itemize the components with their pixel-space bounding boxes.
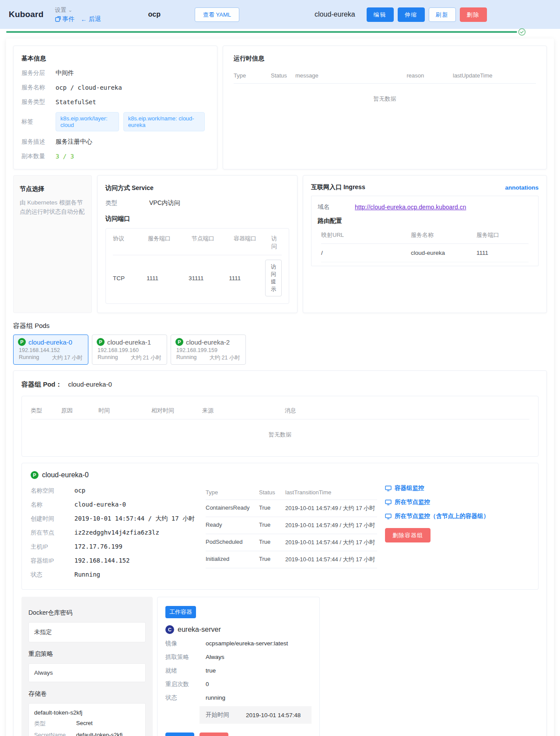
label-tag: k8s.eip.work/name: cloud-eureka: [123, 112, 205, 131]
monitor-link-pod[interactable]: 容器组监控: [385, 484, 529, 492]
table-header-cell: Type: [206, 489, 259, 496]
top-header: Kuboard 设置 ⌄ 事件 ← 后退 ocp 查看 YAML cloud-e…: [0, 0, 560, 29]
port-protocol: TCP: [113, 275, 147, 282]
table-header-cell: 原因: [61, 407, 98, 415]
docker-secret-box: 未指定: [28, 622, 146, 642]
table-header-cell: Status: [259, 489, 285, 496]
table-header-cell: 服务端口: [148, 235, 192, 250]
status-progress: [0, 29, 560, 39]
field-row: 创建时间 2019-10-01 14:57:44 / 大约 17 小时: [31, 515, 206, 523]
header-nav: 设置 ⌄ 事件 ← 后退: [55, 6, 101, 23]
condition-row: Ready True 2019-10-01 14:57:49 / 大约 17 小…: [206, 517, 377, 534]
table-header-cell: 相对时间: [151, 407, 202, 415]
field-value: VPC内访问: [149, 199, 180, 207]
service-card: 访问方式 Service 类型 VPC内访问 访问端口 协议 服务端口 节点端口…: [97, 175, 298, 313]
empty-text: 暂无数据: [31, 419, 529, 443]
pod-fields: 名称空间 ocp 名称 cloud-eureka-0 创建时间 2019-10-…: [31, 481, 206, 579]
pods-row: P cloud-eureka-0 192.168.144.152 Running…: [13, 335, 547, 365]
pod-icon: P: [97, 338, 105, 346]
field-value: ocp / cloud-eureka: [56, 84, 122, 91]
log-button[interactable]: 日志: [165, 732, 194, 736]
container-card: 工作容器 C eureka-server 镜像 ocpsample/eureka…: [157, 597, 320, 736]
pod-chip-2[interactable]: P cloud-eureka-2 192.168.199.159 Running…: [171, 335, 246, 365]
pod-age: 大约 21 小时: [209, 354, 240, 362]
table-header-cell: 协议: [113, 235, 148, 250]
start-time-box: 开始时间 2019-10-01 14:57:48: [200, 706, 312, 724]
ingress-card: 互联网入口 Ingress annotations 域名 http://clou…: [303, 175, 547, 313]
table-header-cell: 访问: [271, 235, 282, 250]
field-row: 所在节点 iz2zedgghv14j4zfia6z3lz: [31, 529, 206, 537]
field-row: 名称 cloud-eureka-0: [31, 501, 206, 509]
app-logo[interactable]: Kuboard: [9, 10, 44, 19]
field-value: StatefulSet: [56, 99, 96, 106]
delete-pod-button[interactable]: 删除容器组: [385, 528, 430, 542]
field-row: 状态 running: [165, 694, 312, 702]
field-row: 类型 Secret: [34, 720, 140, 728]
monitor-link-node-pods[interactable]: 所在节点监控（含节点上的容器组）: [385, 512, 529, 520]
domain-row: 域名 http://cloud-eureka.ocp.demo.kuboard.…: [318, 203, 532, 211]
ingress-title: 互联网入口 Ingress: [311, 183, 365, 191]
pod-info-panel: P cloud-eureka-0 名称空间 ocp 名称 cloud-eurek…: [21, 463, 539, 590]
runtime-table-header: Type Status message reason lastUpdateTim…: [234, 68, 536, 84]
field-row: 镜像 ocpsample/eureka-server:latest: [165, 640, 312, 648]
pod-status: Running: [176, 354, 197, 362]
edit-button[interactable]: 编辑: [367, 7, 394, 22]
field-row: 抓取策略 Always: [165, 653, 312, 661]
back-link[interactable]: ← 后退: [81, 15, 101, 23]
field-row: 重启次数 0: [165, 680, 312, 688]
scale-button[interactable]: 伸缩: [398, 7, 425, 22]
ports-title: 访问端口: [105, 215, 289, 223]
page-body: 基本信息 服务分层 中间件 服务名称 ocp / cloud-eureka 服务…: [6, 39, 554, 736]
annotations-link[interactable]: annotations: [505, 184, 539, 191]
field-row: 服务名称 ocp / cloud-eureka: [21, 84, 209, 92]
field-row: 状态 Running: [31, 571, 206, 579]
pod-chip-0[interactable]: P cloud-eureka-0 192.168.144.152 Running…: [13, 335, 88, 365]
header-actions: 编辑 伸缩 刷新 删除: [367, 7, 487, 22]
restart-policy-box: Always: [28, 663, 146, 682]
pod-chip-1[interactable]: P cloud-eureka-1 192.168.199.160 Running…: [92, 335, 167, 365]
basic-info-title: 基本信息: [21, 55, 209, 63]
table-header-cell: reason: [378, 72, 453, 79]
conditions-header: Type Status lastTransitionTime: [206, 485, 377, 500]
refresh-button[interactable]: 刷新: [429, 7, 456, 22]
service-port: 1111: [147, 275, 189, 282]
pod-age: 大约 17 小时: [52, 354, 83, 362]
events-link[interactable]: 事件: [55, 15, 75, 23]
pod-age: 大约 21 小时: [130, 354, 161, 362]
table-header-cell: lastTransitionTime: [285, 489, 377, 496]
container-port: 1111: [229, 275, 265, 282]
pod-status: Running: [98, 354, 118, 362]
condition-row: ContainersReady True 2019-10-01 14:57:49…: [206, 500, 377, 517]
monitor-link-node[interactable]: 所在节点监控: [385, 498, 529, 506]
field-label: 类型: [105, 199, 149, 207]
monitor-icon: [385, 486, 392, 491]
pod-ip: 192.168.144.152: [19, 347, 84, 353]
field-row: 服务描述 服务注册中心: [21, 138, 209, 146]
pod-detail-header-label: 容器组 Pod：: [21, 380, 62, 388]
field-row: 名称空间 ocp: [31, 487, 206, 495]
view-yaml-button[interactable]: 查看 YAML: [195, 7, 239, 22]
domain-label: 域名: [318, 203, 355, 211]
conditions-table: Type Status lastTransitionTime Container…: [206, 485, 377, 579]
route-config-title: 路由配置: [318, 217, 532, 225]
pod-ip: 192.168.199.160: [98, 347, 162, 353]
pod-icon: P: [175, 338, 183, 346]
table-header-cell: 时间: [98, 407, 151, 415]
field-row: 副本数量 3 / 3: [21, 152, 209, 160]
table-header-cell: 映射URL: [321, 231, 411, 239]
table-header-cell: 来源: [202, 407, 285, 415]
access-hint-button[interactable]: 访问提示: [265, 260, 282, 296]
node-select-title: 节点选择: [20, 185, 85, 193]
field-row: 就绪 true: [165, 667, 312, 675]
table-header-cell: 消息: [285, 407, 529, 415]
domain-link[interactable]: http://cloud-eureka.ocp.demo.kuboard.cn: [355, 204, 466, 211]
progress-bar: [6, 31, 517, 33]
table-header-cell: 节点端口: [192, 235, 234, 250]
settings-dropdown[interactable]: 设置 ⌄: [55, 6, 101, 14]
monitor-icon: [385, 500, 392, 505]
terminal-button[interactable]: 终端: [200, 732, 228, 736]
node-select-desc: 由 Kubernetes 根据各节点的运行时状态自动分配: [20, 198, 85, 217]
delete-button[interactable]: 删除: [460, 7, 487, 22]
condition-row: PodScheduled True 2019-10-01 14:57:44 / …: [206, 534, 377, 551]
field-label: 服务分层: [21, 69, 56, 77]
